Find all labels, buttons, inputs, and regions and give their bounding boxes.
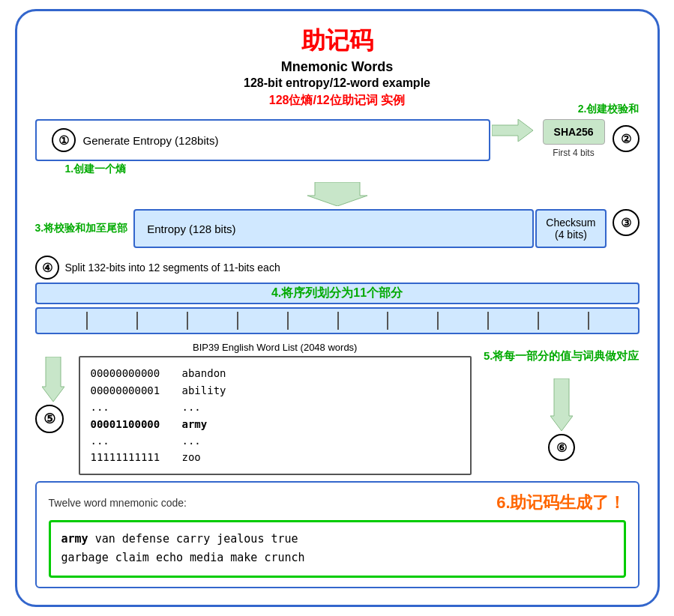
- seg-div-5: [287, 312, 289, 330]
- seg-div-3: [187, 312, 188, 330]
- seg-div-2: [136, 312, 138, 330]
- step5-right: 5.将每一部分的值与词典做对应 ⑥: [484, 342, 640, 461]
- seg-div-6: [337, 312, 339, 330]
- mnemonic-remaining: van defense carry jealous truegarbage cl…: [61, 532, 305, 565]
- bip39-table: 00000000000 abandon 00000000001 ability …: [79, 356, 472, 474]
- step4-circle: ④: [35, 256, 59, 280]
- svg-marker-3: [42, 357, 64, 402]
- bip39-row-army: 00001100000 army: [91, 416, 460, 432]
- sha-sub: First 4 bits: [543, 148, 605, 158]
- bip39-word-0: abandon: [182, 365, 226, 381]
- title-en2: 128-bit entropy/12-word example: [35, 76, 640, 90]
- bip39-bits-dots1: ...: [91, 399, 173, 415]
- step4-label-zh: 4.将序列划分为11个部分: [35, 283, 640, 304]
- checksum-label: Checksum(4 bits): [546, 217, 595, 241]
- sha-box: SHA256 First 4 bits: [543, 119, 605, 158]
- svg-marker-1: [492, 119, 533, 142]
- row-1-2-wrapper: 2.创建校验和 ① Generate Entropy (128bits) 1.创…: [35, 119, 640, 161]
- row-3: 3.将校验和加至尾部 Entropy (128 bits) Checksum(4…: [35, 209, 640, 248]
- bip39-row-zoo: 11111111111 zoo: [91, 449, 460, 465]
- seg-div-1: [86, 312, 88, 330]
- bip39-word-dots1: ...: [182, 399, 201, 415]
- entropy-box: Entropy (128 bits): [133, 209, 534, 248]
- step2-circle: ②: [613, 125, 640, 152]
- seg-div-7: [387, 312, 388, 330]
- step5-annotation: 5.将每一部分的值与词典做对应: [484, 349, 640, 363]
- bip39-bits-army: 00001100000: [91, 416, 173, 432]
- title-zh: 助记码: [35, 25, 640, 58]
- arrow-down-1: [35, 182, 640, 206]
- bip39-title: BIP39 English Word List (2048 words): [79, 342, 472, 353]
- bip39-container: BIP39 English Word List (2048 words) 000…: [79, 342, 472, 474]
- bip39-bits-zoo: 11111111111: [91, 449, 173, 465]
- bip39-bits-0: 00000000000: [91, 365, 173, 381]
- title-zh-sub: 128位熵/12位助记词 实例: [35, 93, 640, 109]
- bip39-row-dots2: ... ...: [91, 432, 460, 449]
- bip39-row-1: 00000000001 ability: [91, 382, 460, 399]
- step1-label: Generate Entropy (128bits): [83, 134, 219, 147]
- bip39-word-dots2: ...: [182, 432, 201, 449]
- seg-div-11: [588, 312, 589, 330]
- seg-div-8: [437, 312, 439, 330]
- mnemonic-first-word: army: [61, 532, 88, 546]
- seg-div-4: [237, 312, 238, 330]
- step6-label-zh: 6.助记码生成了！: [496, 492, 625, 514]
- mnemonic-output: army van defense carry jealous truegarba…: [49, 520, 626, 578]
- svg-marker-2: [307, 182, 367, 206]
- step1-box: ① Generate Entropy (128bits) 1.创建一个熵: [35, 119, 490, 161]
- segments-bar: [35, 307, 640, 334]
- sha-label: SHA256: [543, 119, 605, 145]
- title-en1: Mnemonic Words: [35, 59, 640, 75]
- row-5: ⑤ BIP39 English Word List (2048 words) 0…: [35, 342, 640, 474]
- bip39-row-0: 00000000000 abandon: [91, 365, 460, 381]
- arrow-to-sha: [490, 119, 535, 142]
- bip39-word-army: army: [182, 416, 208, 432]
- step2-area: SHA256 First 4 bits ②: [543, 119, 640, 158]
- row-1-2: ① Generate Entropy (128bits) 1.创建一个熵: [35, 119, 640, 161]
- step6-circle: ⑥: [548, 434, 575, 461]
- arrow-to-step6: [550, 378, 573, 431]
- step1-annotation: 1.创建一个熵: [65, 163, 127, 176]
- step1-circle: ①: [52, 128, 76, 152]
- step2-annotation: 2.创建校验和: [578, 103, 640, 116]
- bip39-row-dots1: ... ...: [91, 399, 460, 415]
- bip39-bits-1: 00000000001: [91, 382, 173, 399]
- main-container: 助记码 Mnemonic Words 128-bit entropy/12-wo…: [15, 9, 660, 606]
- seg-div-10: [538, 312, 539, 330]
- checksum-box: Checksum(4 bits): [535, 209, 606, 248]
- step5-left: ⑤: [35, 342, 71, 433]
- step5-circle: ⑤: [35, 405, 64, 433]
- row-6: Twelve word mnemonic code: 6.助记码生成了！ arm…: [35, 481, 640, 588]
- step3-annotation: 3.将校验和加至尾部: [35, 209, 128, 248]
- bip39-word-zoo: zoo: [182, 449, 201, 465]
- twelve-word-label: Twelve word mnemonic code:: [49, 497, 187, 509]
- row-6-header: Twelve word mnemonic code: 6.助记码生成了！: [49, 492, 626, 514]
- step4-desc: ④ Split 132-bits into 12 segments of 11-…: [35, 256, 640, 280]
- bip39-word-1: ability: [182, 382, 226, 399]
- bip39-bits-dots2: ...: [91, 432, 173, 449]
- step4-text: Split 132-bits into 12 segments of 11-bi…: [65, 262, 280, 274]
- seg-div-9: [487, 312, 489, 330]
- svg-marker-4: [550, 378, 573, 431]
- row-4: ④ Split 132-bits into 12 segments of 11-…: [35, 256, 640, 334]
- step3-circle: ③: [613, 209, 640, 236]
